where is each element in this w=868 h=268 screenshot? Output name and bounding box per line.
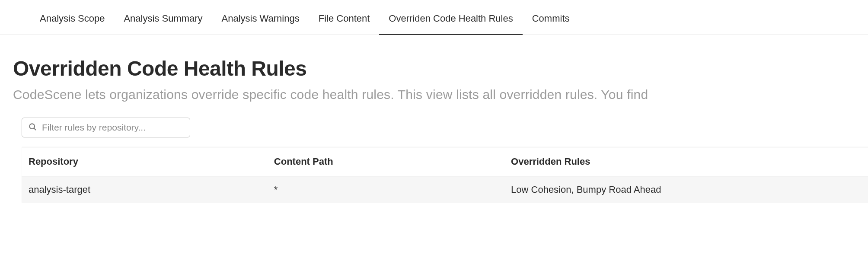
cell-overridden-rules: Low Cohesion, Bumpy Road Ahead <box>504 176 868 204</box>
header-repository: Repository <box>22 147 267 176</box>
page-title: Overridden Code Health Rules <box>13 57 868 80</box>
cell-content-path: * <box>267 176 504 204</box>
table-header-row: Repository Content Path Overridden Rules <box>22 147 868 176</box>
rules-table: Repository Content Path Overridden Rules… <box>22 147 868 203</box>
header-overridden-rules: Overridden Rules <box>504 147 868 176</box>
tab-analysis-summary[interactable]: Analysis Summary <box>114 13 212 35</box>
header-content-path: Content Path <box>267 147 504 176</box>
main-content: Overridden Code Health Rules CodeScene l… <box>0 35 868 203</box>
filter-wrapper <box>13 118 868 137</box>
filter-input[interactable] <box>42 122 184 133</box>
filter-box[interactable] <box>22 118 190 137</box>
svg-line-1 <box>34 128 36 130</box>
page-description: CodeScene lets organizations override sp… <box>13 87 868 102</box>
table-row[interactable]: analysis-target * Low Cohesion, Bumpy Ro… <box>22 176 868 204</box>
tab-file-content[interactable]: File Content <box>309 13 380 35</box>
tab-analysis-warnings[interactable]: Analysis Warnings <box>212 13 309 35</box>
tab-overridden-rules[interactable]: Overriden Code Health Rules <box>379 13 522 35</box>
tabs-navigation: Analysis Scope Analysis Summary Analysis… <box>0 0 868 35</box>
table-wrapper: Repository Content Path Overridden Rules… <box>13 147 868 203</box>
cell-repository: analysis-target <box>22 176 267 204</box>
search-icon <box>28 122 37 133</box>
tab-commits[interactable]: Commits <box>523 13 579 35</box>
tab-analysis-scope[interactable]: Analysis Scope <box>30 13 114 35</box>
